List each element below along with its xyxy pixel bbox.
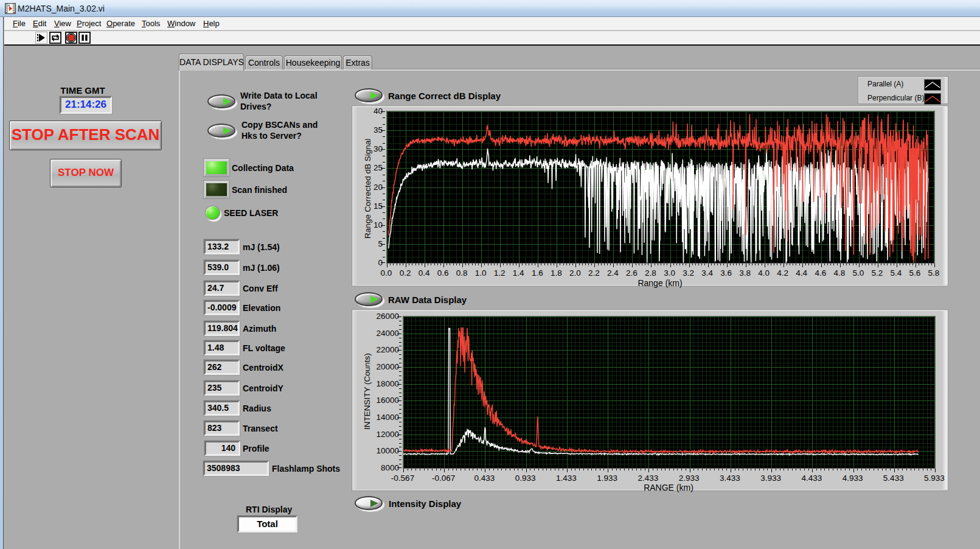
scan-finished-led — [204, 181, 229, 198]
chart-x-tick-5.8: 5.8 — [916, 268, 952, 278]
tab-data-displays[interactable]: DATA DISPLAYS — [179, 54, 244, 71]
chart1-x-axis-title: Range (km) — [630, 278, 690, 288]
readout-value-profile: 140 — [204, 441, 240, 456]
tab-housekeeping[interactable]: Housekeeping — [284, 55, 342, 69]
chart-x-tick-3.933: 3.933 — [752, 474, 789, 483]
readout-value-radius: 340.5 — [204, 400, 240, 416]
chart-x-tick-2.933: 2.933 — [671, 474, 707, 483]
readout-value-elevation: -0.0009 — [204, 300, 240, 315]
time-gmt-display: 21:14:26 — [60, 96, 112, 114]
chart-x-tick-0.433: 0.433 — [466, 474, 502, 483]
readout-label-radius: Radius — [243, 404, 271, 413]
tab-controls[interactable]: Controls — [245, 55, 283, 69]
readout-label-centroidy: CentroidY — [243, 383, 283, 393]
tab-page-top-bevel — [179, 69, 980, 71]
chart-y-tick-16000: 16000 — [372, 396, 399, 405]
stop-after-scan-button[interactable]: STOP AFTER SCAN — [9, 121, 162, 150]
labview-vi-icon — [5, 3, 16, 14]
intensity-display-toggle[interactable] — [355, 496, 383, 510]
menu-operate[interactable]: Operate — [106, 19, 135, 28]
panel-bevel-right — [942, 106, 948, 286]
menu-help[interactable]: Help — [203, 19, 220, 28]
readout-value-mj-1-06-: 539.0 — [204, 260, 240, 275]
readout-value-fl-voltage: 1.48 — [204, 340, 240, 355]
chart-y-tick-22000: 22000 — [372, 345, 399, 354]
legend-line-sample — [925, 82, 940, 88]
readout-label-fl-voltage: FL voltage — [243, 343, 285, 353]
tab-page-left-bevel — [179, 69, 180, 549]
menu-edit[interactable]: Edit — [33, 19, 46, 28]
menu-tools[interactable]: Tools — [142, 19, 160, 28]
chart-x-tick-5.933: 5.933 — [916, 474, 953, 483]
chart1-plot-area[interactable] — [386, 111, 935, 264]
title-bar[interactable]: M2HATS_Main_3.02.vi — [0, 0, 980, 17]
copy-bscans-label-line1: Copy BSCANs and — [242, 119, 318, 130]
chart-y-tick-0: 0 — [356, 258, 383, 267]
menu-window[interactable]: Window — [167, 19, 195, 28]
toggle-arrow-icon — [370, 92, 378, 99]
copy-bscans-label-line2: Hks to Server? — [242, 130, 318, 141]
run-arrow-icon — [36, 32, 47, 43]
legend-parallel-swatch — [924, 79, 941, 91]
rti-display-selector[interactable]: Total — [237, 516, 297, 533]
chart1-title: Range Correct dB Display — [388, 91, 501, 101]
readout-value-mj-1-54-: 133.2 — [204, 239, 240, 254]
chart-y-tick-35: 35 — [356, 125, 383, 135]
chart-y-tick-14000: 14000 — [372, 413, 399, 422]
toggle-arrow-icon — [223, 98, 231, 105]
chart-x-tick-3.433: 3.433 — [712, 474, 748, 483]
legend-perpendicular-swatch — [924, 93, 941, 105]
legend-parallel-label: Parallel (A) — [867, 80, 903, 88]
readout-label-conv-eff: Conv Eff — [243, 284, 278, 293]
readout-value-centroidx: 262 — [204, 360, 240, 375]
menu-view[interactable]: View — [54, 19, 71, 28]
window-left-border — [0, 17, 4, 549]
chart-x-tick-1.433: 1.433 — [548, 474, 585, 483]
raw-data-toggle[interactable] — [355, 292, 383, 306]
menu-project[interactable]: Project — [77, 19, 101, 28]
chart-y-tick-30: 30 — [356, 144, 383, 153]
readout-value-flashlamp-shots: 3508983 — [203, 461, 269, 476]
seed-laser-led — [205, 206, 220, 220]
scan-finished-label: Scan finished — [232, 185, 287, 195]
panel-bevel-right — [942, 310, 948, 491]
run-button[interactable] — [35, 32, 47, 44]
panel-bevel-top — [352, 310, 948, 311]
chart2-plot-area[interactable] — [403, 316, 936, 469]
chart-x-tick-strip — [386, 264, 935, 267]
abort-button[interactable] — [65, 32, 77, 44]
readout-label-elevation: Elevation — [243, 303, 280, 313]
readout-label-transect: Transect — [243, 424, 278, 433]
legend-line-icon — [925, 80, 940, 90]
led-on-face — [206, 161, 227, 174]
chart-x-tick-strip — [403, 469, 936, 472]
write-data-toggle[interactable] — [207, 94, 235, 108]
run-continuous-icon — [50, 33, 60, 43]
chart-x-tick--0.567: -0.567 — [384, 474, 421, 483]
time-gmt-label: TIME GMT — [49, 85, 117, 96]
copy-bscans-toggle[interactable] — [207, 124, 235, 138]
stop-now-button[interactable]: STOP NOW — [50, 159, 122, 187]
range-correct-db-toggle[interactable] — [355, 88, 383, 102]
chart-x-tick-4.933: 4.933 — [835, 474, 871, 483]
copy-bscans-label: Copy BSCANs andHks to Server? — [242, 119, 318, 141]
led-off-face — [206, 183, 227, 196]
tab-extras[interactable]: Extras — [343, 55, 372, 69]
chart-y-tick-20000: 20000 — [372, 362, 399, 371]
pause-button[interactable] — [78, 32, 91, 44]
run-continuously-button[interactable] — [49, 32, 61, 44]
intensity-display-label: Intensity Display — [389, 498, 461, 509]
menu-file[interactable]: File — [13, 19, 26, 28]
legend-perpendicular-label: Perpendicular (B) — [867, 94, 924, 102]
readout-label-profile: Profile — [243, 444, 269, 453]
readout-value-transect: 823 — [204, 421, 240, 436]
chart-canvas — [403, 316, 935, 468]
chart1-legend[interactable]: Parallel (A) Perpendicular (B) — [858, 76, 948, 104]
legend-line-icon — [925, 94, 940, 104]
chart-y-tick-5: 5 — [356, 239, 383, 248]
chart-x-tick-4.433: 4.433 — [793, 474, 830, 483]
readout-label-centroidx: CentroidX — [243, 363, 283, 372]
chart-y-tick-18000: 18000 — [372, 379, 399, 388]
chart-x-tick-1.933: 1.933 — [589, 474, 625, 483]
panel-bevel-left — [352, 310, 357, 491]
